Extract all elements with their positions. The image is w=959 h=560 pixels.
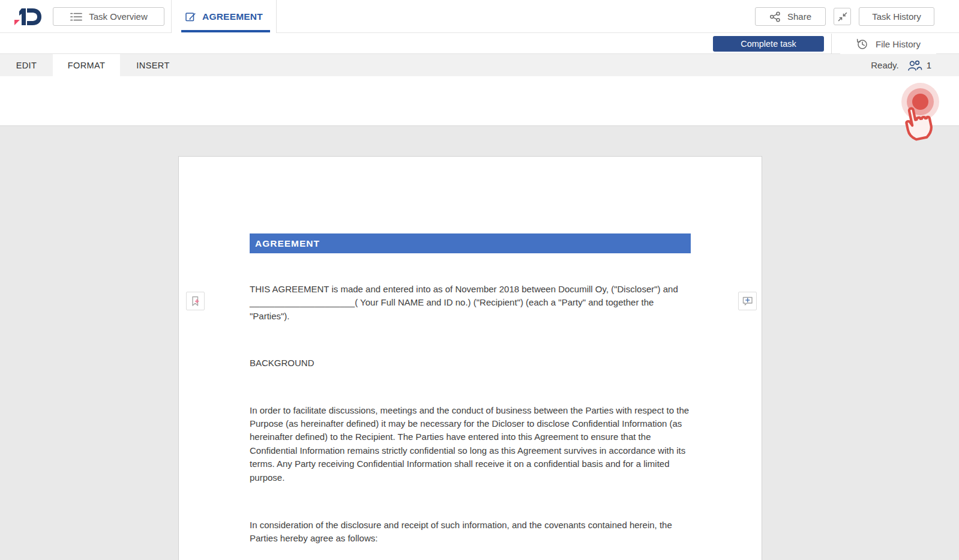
task-list-icon [70, 11, 83, 22]
bookmark-add-icon [189, 295, 202, 308]
comment-add-icon [741, 295, 754, 308]
share-label: Share [787, 11, 811, 22]
tab-edit[interactable]: EDIT [0, 54, 53, 76]
background-heading[interactable]: BACKGROUND [250, 357, 691, 370]
tab-insert[interactable]: INSERT [120, 54, 186, 76]
top-bar: Task Overview AGREEMENT Share [0, 0, 959, 33]
edit-document-icon [185, 11, 197, 23]
complete-task-button[interactable]: Complete task [713, 36, 824, 52]
file-history-label: File History [876, 39, 921, 49]
users-icon [907, 59, 923, 71]
document-title: AGREEMENT [255, 238, 320, 249]
document-canvas: AGREEMENT THIS AGREEMENT is made and ent… [0, 126, 959, 560]
documill-logo [10, 4, 47, 29]
task-history-button[interactable]: Task History [859, 7, 934, 26]
add-bookmark-button[interactable] [186, 292, 205, 310]
menu-bar: EDIT FORMAT INSERT Ready. 1 [0, 54, 959, 76]
task-history-label: Task History [872, 11, 921, 22]
agreement-tab-label: AGREEMENT [202, 11, 263, 22]
share-icon [769, 11, 781, 22]
tab-agreement[interactable]: AGREEMENT [171, 0, 277, 33]
task-overview-button[interactable]: Task Overview [53, 7, 164, 26]
background-paragraph[interactable]: In order to facilitate discussions, meet… [250, 404, 691, 484]
active-tab-underline [181, 30, 270, 32]
task-overview-label: Task Overview [89, 11, 148, 22]
document-page[interactable]: AGREEMENT THIS AGREEMENT is made and ent… [178, 156, 762, 560]
active-users-count: 1 [927, 60, 931, 70]
action-bar: Complete task File History [0, 34, 959, 54]
intro-paragraph[interactable]: THIS AGREEMENT is made and entered into … [250, 283, 691, 323]
compress-arrows-icon [837, 11, 848, 22]
clock-history-icon [856, 38, 868, 50]
format-toolbar: Normal ▾ Calibri ▾ 10 ▾ B I U abc x2 x2 … [0, 76, 959, 126]
tab-format[interactable]: FORMAT [53, 54, 120, 76]
consideration-paragraph[interactable]: In consideration of the disclosure and r… [250, 519, 691, 546]
file-history-button[interactable]: File History [840, 34, 936, 54]
status-ready-text: Ready. [871, 60, 898, 70]
document-title-bar: AGREEMENT [250, 233, 691, 253]
status-area: Ready. 1 [871, 54, 959, 76]
active-users-indicator[interactable]: 1 [907, 59, 931, 71]
add-comment-button[interactable] [738, 292, 757, 310]
action-bar-divider [831, 34, 832, 54]
share-button[interactable]: Share [755, 7, 826, 26]
compress-view-button[interactable] [834, 8, 851, 25]
